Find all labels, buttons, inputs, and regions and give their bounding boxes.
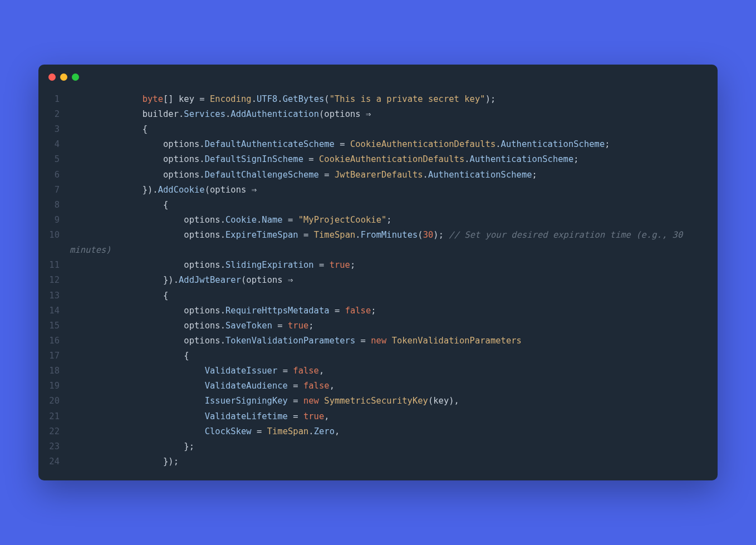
token: [70, 139, 163, 149]
line-number: 24: [48, 454, 70, 469]
code-content: options.RequireHttpsMetadata = false;: [70, 303, 708, 318]
code-line[interactable]: 23 };: [48, 439, 708, 454]
token: .: [220, 260, 225, 270]
token: }).: [70, 275, 179, 285]
token: CookieAuthenticationDefaults: [350, 139, 495, 149]
token: ValidateLifetime: [205, 411, 288, 421]
code-line[interactable]: 6 options.DefaultChallengeScheme = JwtBe…: [48, 168, 708, 183]
token: ,: [319, 366, 324, 376]
code-line[interactable]: 13 {: [48, 288, 708, 303]
token: {: [70, 124, 148, 134]
code-line[interactable]: 21 ValidateLifetime = true,: [48, 409, 708, 424]
token: options: [163, 170, 199, 180]
token: =: [298, 230, 314, 240]
token: .: [252, 94, 257, 104]
code-line[interactable]: 15 options.SaveToken = true;: [48, 318, 708, 333]
token: =: [252, 426, 267, 436]
line-number: 10: [48, 228, 70, 243]
token: ;: [350, 260, 355, 270]
window-titlebar: [38, 65, 718, 89]
token: =: [314, 260, 330, 270]
code-content: options.SlidingExpiration = true;: [70, 258, 708, 273]
code-content: options.DefaultSignInScheme = CookieAuth…: [70, 152, 708, 167]
code-line[interactable]: 20 IssuerSigningKey = new SymmetricSecur…: [48, 394, 708, 409]
code-line[interactable]: 16 options.TokenValidationParameters = n…: [48, 333, 708, 348]
line-number: 22: [48, 424, 70, 439]
line-number: 20: [48, 394, 70, 409]
line-number: 6: [48, 168, 70, 183]
code-line[interactable]: 5 options.DefaultSignInScheme = CookieAu…: [48, 152, 708, 167]
line-number: 23: [48, 439, 70, 454]
close-icon[interactable]: [48, 73, 56, 81]
line-number: 5: [48, 152, 70, 167]
code-content: byte[] key = Encoding.UTF8.GetBytes("Thi…: [70, 92, 708, 107]
token: );: [485, 94, 496, 104]
token: [70, 94, 143, 104]
code-line[interactable]: 3 {: [48, 122, 708, 137]
token: .: [220, 336, 225, 346]
token: AddJwtBearer: [179, 275, 241, 285]
token: TokenValidationParameters: [392, 336, 522, 346]
code-content: builder.Services.AddAuthentication(optio…: [70, 107, 708, 122]
code-content: IssuerSigningKey = new SymmetricSecurity…: [70, 394, 708, 409]
code-content: {: [70, 348, 708, 364]
token: AuthenticationScheme: [501, 139, 605, 149]
code-line[interactable]: 7 }).AddCookie(options ⇒: [48, 183, 708, 198]
token: AuthenticationScheme: [470, 154, 574, 164]
code-line[interactable]: 14 options.RequireHttpsMetadata = false;: [48, 303, 708, 318]
code-editor[interactable]: 1 byte[] key = Encoding.UTF8.GetBytes("T…: [38, 89, 718, 480]
code-line[interactable]: 8 {: [48, 198, 708, 213]
code-line[interactable]: 10 options.ExpireTimeSpan = TimeSpan.Fro…: [48, 228, 708, 258]
token: .: [495, 139, 500, 149]
code-line[interactable]: 1 byte[] key = Encoding.UTF8.GetBytes("T…: [48, 92, 708, 107]
token: [70, 336, 184, 346]
code-content: {: [70, 198, 708, 213]
code-line[interactable]: 11 options.SlidingExpiration = true;: [48, 258, 708, 273]
code-line[interactable]: 9 options.Cookie.Name = "MyProjectCookie…: [48, 213, 708, 228]
code-line[interactable]: 2 builder.Services.AddAuthentication(opt…: [48, 107, 708, 122]
token: options: [163, 139, 199, 149]
token: SymmetricSecurityKey: [324, 396, 428, 406]
token: [386, 336, 391, 346]
token: });: [70, 456, 179, 467]
line-number: 1: [48, 92, 70, 107]
token: [70, 230, 184, 240]
token: =: [283, 215, 298, 225]
token: builder: [143, 109, 179, 119]
token: [70, 154, 163, 164]
line-number: 17: [48, 348, 70, 364]
token: =: [288, 381, 303, 391]
token: DefaultAuthenticateScheme: [205, 139, 335, 149]
token: CookieAuthenticationDefaults: [319, 154, 464, 164]
code-line[interactable]: 4 options.DefaultAuthenticateScheme = Co…: [48, 137, 708, 152]
minimize-icon[interactable]: [60, 73, 67, 81]
code-line[interactable]: 22 ClockSkew = TimeSpan.Zero,: [48, 424, 708, 439]
code-line[interactable]: 24 });: [48, 454, 708, 469]
code-line[interactable]: 18 ValidateIssuer = false,: [48, 364, 708, 379]
token: DefaultChallengeScheme: [205, 170, 319, 180]
token: AddAuthentication: [230, 109, 319, 119]
token: TokenValidationParameters: [225, 336, 355, 346]
token: FromMinutes: [361, 230, 418, 240]
code-line[interactable]: 12 }).AddJwtBearer(options ⇒: [48, 273, 708, 288]
line-number: 19: [48, 379, 70, 394]
token: .: [199, 154, 204, 164]
token: [70, 396, 205, 406]
code-line[interactable]: 17 {: [48, 348, 708, 364]
token: (: [428, 396, 433, 406]
token: [70, 306, 184, 316]
code-content: }).AddCookie(options ⇒: [70, 183, 708, 198]
maximize-icon[interactable]: [72, 73, 79, 81]
token: .: [225, 109, 230, 119]
token: =: [288, 411, 303, 421]
token: options: [184, 321, 220, 331]
code-line[interactable]: 19 ValidateAudience = false,: [48, 379, 708, 394]
code-content: options.DefaultAuthenticateScheme = Cook…: [70, 137, 708, 152]
code-content: ValidateAudience = false,: [70, 379, 708, 394]
line-number: 2: [48, 107, 70, 122]
line-number: 7: [48, 183, 70, 198]
token: [70, 109, 143, 119]
token: new: [303, 396, 319, 406]
token: ,: [335, 426, 340, 436]
code-content: options.TokenValidationParameters = new …: [70, 333, 708, 348]
